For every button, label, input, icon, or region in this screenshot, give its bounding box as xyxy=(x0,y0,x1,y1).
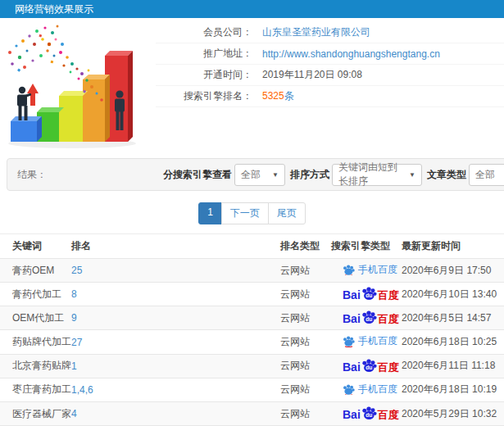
svg-text:du: du xyxy=(366,293,372,299)
engine-type-cell: 手机百度 xyxy=(331,378,402,401)
mobile-baidu-label: 手机百度 xyxy=(358,383,397,397)
rank-cell: 27 xyxy=(71,330,280,354)
filter-controls: 分搜索引擎查看 全部 ▼ 排序方式 关键词由短到长排序 ▼ 文章类型 全部 ▼ … xyxy=(163,164,504,186)
col-header-engine-type: 搜索引擎类型 xyxy=(331,234,402,259)
engine-type-cell: 手机百度 xyxy=(331,259,402,283)
sort-filter-label: 排序方式 xyxy=(290,168,329,182)
company-label: 会员公司： xyxy=(156,25,252,39)
engine-type-cell: Bai du 百度 xyxy=(331,402,402,426)
rank-type-cell: 云网站 xyxy=(280,330,331,354)
rank-link[interactable]: 9 xyxy=(71,312,77,324)
rank-count-label: 搜索引擎排名： xyxy=(156,89,252,103)
rank-cell: 8 xyxy=(71,283,280,306)
filter-bar: 结果： 分搜索引擎查看 全部 ▼ 排序方式 关键词由短到长排序 ▼ 文章类型 全… xyxy=(7,158,504,191)
updated-cell: 2020年6月9日 17:50 xyxy=(402,259,504,283)
promo-url-link[interactable]: http://www.shandonghuangshengtang.cn xyxy=(262,48,440,60)
rank-count-row: 搜索引擎排名： 5325条 xyxy=(156,86,504,107)
keyword-cell: 北京膏药贴牌 xyxy=(0,354,71,378)
table-row: 膏药OEM25云网站 手机百度2020年6月9日 17:50 xyxy=(0,259,504,283)
keyword-cell: 枣庄膏药加工 xyxy=(0,378,71,401)
table-row: OEM代加工9云网站Bai du 百度2020年6月5日 14:57 xyxy=(0,306,504,330)
engine-type-cell: Bai du 百度 xyxy=(331,283,402,306)
svg-text:du: du xyxy=(366,365,372,370)
col-header-keyword: 关键词 xyxy=(0,234,71,259)
open-time-value: 2019年11月20日 09:08 xyxy=(262,68,362,82)
mobile-baidu-logo: 手机百度 xyxy=(343,334,397,348)
rank-cell: 25 xyxy=(71,259,280,283)
next-page-button[interactable]: 下一页 xyxy=(221,202,269,224)
rank-link[interactable]: 4 xyxy=(71,408,77,419)
caret-down-icon: ▼ xyxy=(272,171,279,179)
keyword-cell: 药贴牌代加工 xyxy=(0,330,71,354)
table-row: 医疗器械厂家4云网站Bai du 百度2020年5月29日 10:32 xyxy=(0,402,504,426)
last-page-button[interactable]: 尾页 xyxy=(268,202,306,224)
svg-text:du: du xyxy=(366,317,372,323)
rank-link[interactable]: 27 xyxy=(71,337,82,348)
baidu-logo: Bai du 百度 xyxy=(343,310,399,324)
rank-type-cell: 云网站 xyxy=(280,283,331,306)
engine-select[interactable]: 全部 ▼ xyxy=(234,164,285,186)
baidu-cn-text: 百度 xyxy=(378,290,399,301)
baidu-logo: Bai du 百度 xyxy=(343,287,399,301)
sort-select[interactable]: 关键词由短到长排序 ▼ xyxy=(332,164,422,186)
rank-type-cell: 云网站 xyxy=(280,354,331,378)
info-rows: 会员公司： 山东皇圣堂药业有限公司 推广地址： http://www.shand… xyxy=(156,18,504,152)
updated-cell: 2020年6月10日 13:40 xyxy=(402,283,504,306)
rank-type-cell: 云网站 xyxy=(280,259,331,283)
table-body: 膏药OEM25云网站 手机百度2020年6月9日 17:50膏药代加工8云网站B… xyxy=(0,259,504,426)
rank-count-value: 5325 xyxy=(262,90,284,102)
rank-link[interactable]: 1,4,6 xyxy=(71,384,93,396)
engine-select-value: 全部 xyxy=(241,168,261,182)
growth-chart-illustration xyxy=(0,18,156,152)
rank-link[interactable]: 25 xyxy=(71,265,82,276)
rank-count-unit-link[interactable]: 条 xyxy=(284,90,294,102)
baidu-paw-icon: du xyxy=(361,310,377,324)
mobile-baidu-logo: 手机百度 xyxy=(343,263,397,277)
baidu-cn-text: 百度 xyxy=(378,410,399,420)
baidu-cn-text: 百度 xyxy=(378,314,399,324)
company-link[interactable]: 山东皇圣堂药业有限公司 xyxy=(262,25,370,39)
col-header-rank-type: 排名类型 xyxy=(280,234,331,259)
open-time-label: 开通时间： xyxy=(156,68,252,82)
caret-down-icon: ▼ xyxy=(409,171,415,179)
page-1-button[interactable]: 1 xyxy=(198,202,222,224)
engine-type-cell: 手机百度 xyxy=(331,330,402,354)
mobile-baidu-paw-icon xyxy=(343,336,355,347)
keyword-cell: 医疗器械厂家 xyxy=(0,402,71,426)
table-row: 药贴牌代加工27云网站 手机百度2020年6月18日 10:25 xyxy=(0,330,504,354)
table-row: 枣庄膏药加工1,4,6云网站 手机百度2020年6月18日 10:19 xyxy=(0,378,504,401)
promo-url-label: 推广地址： xyxy=(156,47,252,61)
svg-text:du: du xyxy=(366,412,372,418)
keyword-cell: 膏药代加工 xyxy=(0,283,71,306)
keyword-cell: 膏药OEM xyxy=(0,259,71,283)
article-type-select-value: 全部 xyxy=(475,168,495,182)
baidu-bai-text: Bai xyxy=(343,289,361,301)
baidu-logo: Bai du 百度 xyxy=(343,406,399,420)
updated-cell: 2020年6月11日 11:18 xyxy=(402,354,504,378)
growth-bars-image xyxy=(0,21,156,151)
rank-cell: 1,4,6 xyxy=(71,378,280,401)
updated-cell: 2020年6月18日 10:25 xyxy=(402,330,504,354)
company-row: 会员公司： 山东皇圣堂药业有限公司 xyxy=(156,22,504,43)
keyword-cell: OEM代加工 xyxy=(0,306,71,330)
engine-type-cell: Bai du 百度 xyxy=(331,306,402,330)
col-header-updated: 最新更新时间 xyxy=(402,234,504,259)
article-type-select[interactable]: 全部 ▼ xyxy=(469,164,504,186)
page-header: 网络营销效果展示 xyxy=(0,0,504,18)
mobile-baidu-paw-icon xyxy=(343,384,355,396)
col-header-rank: 排名 xyxy=(71,234,280,259)
engine-filter-label: 分搜索引擎查看 xyxy=(163,168,232,182)
rank-type-cell: 云网站 xyxy=(280,402,331,426)
rank-link[interactable]: 1 xyxy=(71,360,77,372)
baidu-paw-icon: du xyxy=(361,406,377,420)
rank-cell: 9 xyxy=(71,306,280,330)
open-time-row: 开通时间： 2019年11月20日 09:08 xyxy=(156,65,504,86)
page-title: 网络营销效果展示 xyxy=(15,3,93,15)
table-header-row: 关键词 排名 排名类型 搜索引擎类型 最新更新时间 xyxy=(0,234,504,259)
updated-cell: 2020年6月18日 10:19 xyxy=(402,378,504,401)
rank-link[interactable]: 8 xyxy=(71,288,77,300)
updated-cell: 2020年6月5日 14:57 xyxy=(402,306,504,330)
pagination: 1 下一页 尾页 xyxy=(0,202,504,224)
baidu-bai-text: Bai xyxy=(343,361,361,373)
table-row: 北京膏药贴牌1云网站Bai du 百度2020年6月11日 11:18 xyxy=(0,354,504,378)
